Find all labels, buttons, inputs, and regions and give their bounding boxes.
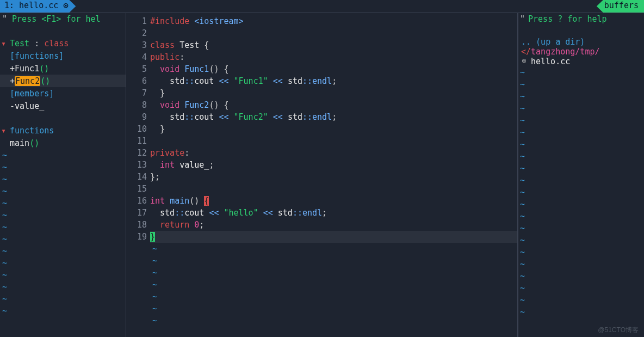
code-line-1[interactable]: #include <iostream> [150, 15, 517, 27]
empty-line-marker: ~ [518, 294, 644, 306]
empty-line-marker: ~ [518, 66, 644, 78]
empty-line-marker: ~ [0, 281, 126, 293]
tab-buffers-label: buffers [604, 1, 639, 10]
empty-line-marker: ~ [150, 291, 517, 303]
empty-line-marker: ~ [518, 234, 644, 246]
tab-buffers[interactable]: buffers [597, 0, 644, 13]
empty-line-marker: ~ [518, 102, 644, 114]
empty-line-marker: ~ [0, 269, 126, 281]
empty-line-marker: ~ [0, 221, 126, 233]
code-area[interactable]: #include <iostream>class Test {public: v… [150, 13, 517, 337]
code-line-10[interactable]: } [150, 123, 517, 135]
code-line-14[interactable]: }; [150, 171, 517, 183]
empty-line-marker: ~ [518, 198, 644, 210]
empty-line-marker: ~ [0, 173, 126, 185]
empty-line-marker: ~ [518, 126, 644, 138]
filetree-help: " Press ? for help [518, 13, 644, 25]
empty-line-marker: ~ [0, 149, 126, 161]
empty-line-marker: ~ [150, 303, 517, 315]
filetree-file[interactable]: hello.cc [518, 57, 644, 66]
code-line-19[interactable]: } [150, 231, 517, 243]
tag-fn-func1[interactable]: +Func1() [0, 62, 126, 75]
empty-line-marker: ~ [518, 258, 644, 270]
code-line-12[interactable]: private: [150, 147, 517, 159]
empty-line-marker: ~ [518, 114, 644, 126]
empty-line-marker: ~ [518, 78, 644, 90]
empty-line-marker: ~ [150, 279, 517, 291]
empty-line-marker: ~ [0, 161, 126, 173]
code-line-2[interactable] [150, 27, 517, 39]
filetree-up-dir[interactable]: .. (up a dir) [518, 37, 644, 47]
tag-fn-main[interactable]: main() [0, 137, 126, 149]
line-number-gutter: 12345678910111213141516171819 [126, 13, 150, 337]
empty-line-marker: ~ [0, 257, 126, 269]
code-line-18[interactable]: return 0; [150, 219, 517, 231]
empty-line-marker: ~ [518, 186, 644, 198]
tag-member-value_[interactable]: -value_ [0, 100, 126, 112]
code-line-9[interactable]: std::cout << "Func2" << std::endl; [150, 111, 517, 123]
tab-file-label: 1: hello.cc [4, 1, 63, 10]
empty-line-marker: ~ [518, 222, 644, 234]
empty-line-marker: ~ [518, 246, 644, 258]
code-line-15[interactable] [150, 183, 517, 195]
tag-subheader-members: [members] [0, 87, 126, 100]
watermark: @51CTO博客 [598, 326, 639, 335]
empty-line-marker: ~ [150, 315, 517, 327]
editor-pane[interactable]: 12345678910111213141516171819 #include <… [126, 13, 518, 337]
tab-modified-icon: ⊙ [63, 1, 68, 10]
filetree-pane[interactable]: " Press ? for help .. (up a dir) </tangz… [518, 13, 644, 337]
empty-line-marker: ~ [518, 174, 644, 186]
code-line-3[interactable]: class Test { [150, 39, 517, 51]
tagbar-help: " Press <F1> for hel [0, 13, 126, 25]
code-line-6[interactable]: std::cout << "Func1" << std::endl; [150, 75, 517, 87]
code-line-7[interactable]: } [150, 87, 517, 99]
main-layout: " Press <F1> for hel ▾Test : class [func… [0, 13, 644, 337]
empty-line-marker: ~ [518, 270, 644, 282]
empty-line-marker: ~ [0, 185, 126, 197]
code-line-4[interactable]: public: [150, 51, 517, 63]
empty-line-marker: ~ [0, 245, 126, 257]
empty-line-marker: ~ [518, 90, 644, 102]
empty-line-marker: ~ [150, 243, 517, 255]
empty-line-marker: ~ [518, 138, 644, 150]
empty-line-marker: ~ [150, 255, 517, 267]
tag-group-functions[interactable]: ▾functions [0, 124, 126, 137]
empty-line-marker: ~ [518, 150, 644, 162]
empty-line-marker: ~ [0, 305, 126, 317]
empty-line-marker: ~ [518, 162, 644, 174]
empty-line-marker: ~ [0, 197, 126, 209]
code-line-5[interactable]: void Func1() { [150, 63, 517, 75]
tag-fn-func2[interactable]: +Func2() [0, 75, 126, 87]
tagbar-pane[interactable]: " Press <F1> for hel ▾Test : class [func… [0, 13, 126, 337]
empty-line-marker: ~ [518, 306, 644, 318]
tab-file[interactable]: 1: hello.cc ⊙ [0, 0, 76, 13]
tab-bar: 1: hello.cc ⊙ buffers [0, 0, 644, 13]
tag-class-test[interactable]: ▾Test : class [0, 37, 126, 50]
empty-line-marker: ~ [150, 267, 517, 279]
code-line-16[interactable]: int main() { [150, 195, 517, 207]
tag-subheader-functions: [functions] [0, 50, 126, 62]
code-line-13[interactable]: int value_; [150, 159, 517, 171]
empty-line-marker: ~ [0, 233, 126, 245]
code-line-11[interactable] [150, 135, 517, 147]
empty-line-marker: ~ [0, 209, 126, 221]
empty-line-marker: ~ [0, 293, 126, 305]
empty-line-marker: ~ [518, 282, 644, 294]
code-line-17[interactable]: std::cout << "hello" << std::endl; [150, 207, 517, 219]
code-line-8[interactable]: void Func2() { [150, 99, 517, 111]
filetree-path[interactable]: </tangzhong/tmp/ [518, 47, 644, 57]
empty-line-marker: ~ [518, 210, 644, 222]
